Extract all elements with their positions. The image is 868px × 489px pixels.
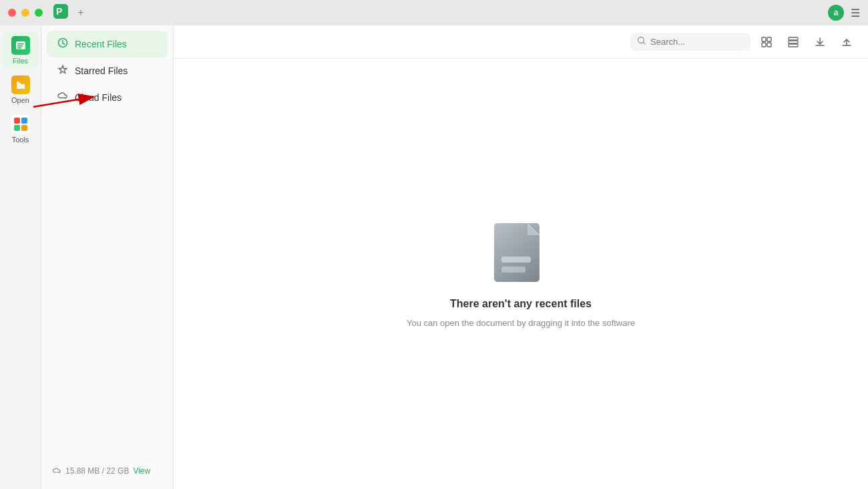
- tools-dot-br: [21, 125, 27, 131]
- new-tab-button[interactable]: +: [73, 5, 88, 20]
- empty-state-title: There aren't any recent files: [450, 298, 592, 310]
- avatar[interactable]: a: [828, 5, 844, 21]
- open-label: Open: [11, 96, 29, 104]
- titlebar-right: a ☰: [828, 5, 860, 21]
- maximize-button[interactable]: [35, 9, 43, 17]
- empty-file-illustration: [491, 220, 551, 290]
- open-icon: [11, 75, 30, 94]
- minimize-button[interactable]: [21, 9, 29, 17]
- cloud-files-label: Cloud Files: [75, 92, 122, 103]
- search-icon: [637, 36, 646, 47]
- icon-sidebar: Files Open Tools: [0, 25, 41, 489]
- view-storage-button[interactable]: View: [133, 466, 150, 476]
- nav-item-starred[interactable]: Starred Files: [47, 57, 168, 84]
- svg-rect-14: [789, 44, 798, 47]
- storage-text: 15.88 MB / 22 GB: [65, 466, 129, 476]
- tools-dot-tr: [21, 118, 27, 124]
- tools-label: Tools: [12, 136, 29, 144]
- clock-icon: [57, 37, 68, 51]
- empty-state: There aren't any recent files You can op…: [174, 59, 868, 489]
- svg-rect-17: [501, 267, 525, 273]
- svg-rect-11: [767, 43, 771, 47]
- nav-sidebar-footer: 15.88 MB / 22 GB View: [41, 458, 173, 484]
- svg-rect-9: [767, 37, 771, 41]
- grid-view-button[interactable]: [756, 31, 777, 53]
- nav-item-cloud[interactable]: Cloud Files: [47, 84, 168, 111]
- toolbar: [174, 25, 868, 59]
- download-button[interactable]: [809, 31, 831, 53]
- files-icon: [11, 36, 30, 55]
- svg-rect-16: [501, 257, 531, 263]
- cloud-icon: [57, 91, 68, 104]
- files-label: Files: [13, 57, 28, 65]
- tools-dot-tl: [14, 118, 20, 124]
- main-content: There aren't any recent files You can op…: [174, 25, 868, 489]
- app-logo: P: [53, 4, 68, 22]
- tools-icon: [11, 115, 30, 134]
- svg-rect-8: [762, 37, 766, 41]
- nav-sidebar: Recent Files Starred Files Cloud Files: [41, 25, 174, 489]
- sidebar-item-files[interactable]: Files: [3, 32, 39, 69]
- svg-text:P: P: [56, 6, 62, 17]
- close-button[interactable]: [8, 9, 16, 17]
- star-icon: [57, 64, 68, 77]
- starred-files-label: Starred Files: [75, 65, 128, 76]
- storage-cloud-icon: [52, 466, 61, 476]
- titlebar: P + a ☰: [0, 0, 868, 25]
- svg-rect-4: [17, 45, 23, 47]
- search-input[interactable]: [650, 37, 744, 47]
- sidebar-item-tools[interactable]: Tools: [3, 111, 39, 148]
- main-layout: Files Open Tools: [0, 25, 868, 489]
- sidebar-item-open[interactable]: Open: [3, 71, 39, 108]
- nav-item-recent[interactable]: Recent Files: [47, 31, 168, 57]
- svg-rect-13: [789, 41, 798, 43]
- list-view-button[interactable]: [783, 31, 804, 53]
- svg-rect-10: [762, 43, 766, 47]
- svg-rect-5: [17, 47, 21, 49]
- search-box[interactable]: [630, 33, 750, 51]
- recent-files-label: Recent Files: [75, 39, 127, 49]
- empty-state-subtitle: You can open the document by dragging it…: [407, 318, 635, 328]
- svg-rect-3: [17, 43, 24, 45]
- upload-button[interactable]: [836, 31, 857, 53]
- menu-icon[interactable]: ☰: [851, 7, 860, 19]
- tools-dot-bl: [14, 125, 20, 131]
- svg-rect-12: [789, 37, 798, 40]
